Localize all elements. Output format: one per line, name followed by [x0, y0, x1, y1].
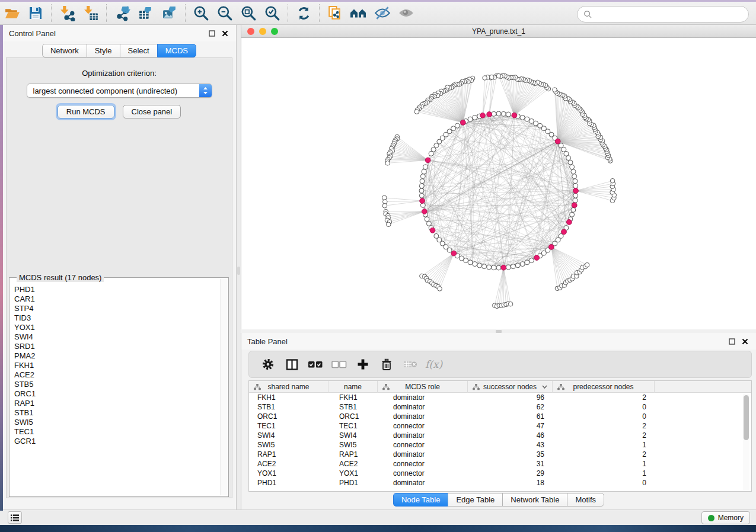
mcds-result-item[interactable]: GCR1: [14, 437, 219, 446]
graph-ring-node[interactable]: [529, 258, 534, 263]
graph-leaf-node[interactable]: [496, 73, 501, 78]
graph-ring-node[interactable]: [419, 184, 424, 188]
column-header-mcds-role[interactable]: MCDS role: [378, 381, 468, 393]
table-row-stb1[interactable]: STB1STB1dominator620: [249, 402, 751, 412]
close-window-icon[interactable]: [247, 28, 254, 35]
graph-ring-node[interactable]: [423, 165, 428, 169]
table-row-fkh1[interactable]: FKH1FKH1dominator962: [249, 393, 751, 402]
graph-ring-node[interactable]: [559, 143, 563, 148]
deselect-all-button[interactable]: [328, 354, 350, 375]
graph-ring-node[interactable]: [425, 217, 429, 222]
show-all-button[interactable]: [394, 3, 418, 23]
graph-ring-node[interactable]: [473, 115, 477, 120]
mcds-result-item[interactable]: STB1: [14, 408, 219, 418]
minimize-window-icon[interactable]: [259, 28, 266, 35]
graph-mcds-hub-node[interactable]: [487, 112, 492, 117]
run-mcds-button[interactable]: Run MCDS: [58, 105, 114, 118]
graph-ring-node[interactable]: [422, 169, 426, 174]
column-header-name[interactable]: name: [328, 381, 378, 393]
zoom-fit-button[interactable]: [237, 3, 260, 23]
graph-ring-node[interactable]: [496, 265, 501, 270]
table-tab-edge-table[interactable]: Edge Table: [448, 493, 503, 507]
table-tab-motifs[interactable]: Motifs: [567, 493, 604, 507]
graph-ring-node[interactable]: [419, 193, 424, 198]
close-panel-button[interactable]: Close panel: [123, 105, 181, 118]
table-row-ace2[interactable]: ACE2ACE2connector311: [249, 459, 751, 469]
mcds-result-item[interactable]: SRD1: [14, 342, 219, 351]
float-panel-icon[interactable]: [206, 28, 217, 39]
graph-leaf-node[interactable]: [490, 75, 495, 79]
mcds-list-scrollbar[interactable]: [220, 279, 227, 495]
graph-ring-node[interactable]: [492, 111, 496, 116]
tab-mcds[interactable]: MCDS: [157, 44, 196, 57]
zoom-out-button[interactable]: [213, 3, 237, 23]
graph-mcds-hub-node[interactable]: [512, 113, 517, 118]
graph-ring-node[interactable]: [571, 169, 576, 174]
graph-ring-node[interactable]: [520, 262, 525, 267]
mcds-result-item[interactable]: SWI5: [14, 418, 219, 427]
graph-ring-node[interactable]: [525, 117, 529, 121]
table-row-phd1[interactable]: PHD1PHD1dominator180: [249, 478, 751, 488]
mcds-result-item[interactable]: TID3: [14, 313, 219, 323]
graph-ring-node[interactable]: [420, 179, 425, 184]
table-options-gear-button[interactable]: [257, 354, 279, 375]
scrollbar-thumb[interactable]: [744, 395, 749, 440]
graph-leaf-node[interactable]: [386, 222, 391, 227]
memory-button[interactable]: Memory: [701, 511, 750, 524]
graph-leaf-node[interactable]: [553, 88, 557, 92]
mcds-result-item[interactable]: PHD1: [14, 285, 219, 294]
close-panel-icon[interactable]: [739, 336, 750, 347]
graph-ring-node[interactable]: [506, 112, 511, 117]
new-network-from-selection-button[interactable]: [323, 3, 347, 23]
export-table-button[interactable]: [134, 3, 158, 23]
graph-ring-node[interactable]: [477, 263, 482, 268]
graph-ring-node[interactable]: [482, 264, 487, 269]
graph-mcds-hub-node[interactable]: [422, 209, 427, 214]
graph-ring-node[interactable]: [520, 115, 525, 120]
table-row-orc1[interactable]: ORC1ORC1dominator610: [249, 412, 751, 421]
graph-mcds-hub-node[interactable]: [534, 255, 540, 261]
column-header-predecessor-nodes[interactable]: predecessor nodes: [553, 381, 655, 393]
mcds-result-item[interactable]: CAR1: [14, 294, 219, 304]
mcds-result-item[interactable]: ORC1: [14, 389, 219, 399]
import-table-button[interactable]: [79, 3, 103, 23]
graph-ring-node[interactable]: [534, 121, 538, 126]
graph-leaf-node[interactable]: [610, 178, 615, 183]
graph-leaf-node[interactable]: [483, 76, 487, 81]
graph-leaf-node[interactable]: [382, 204, 387, 209]
zoom-selected-button[interactable]: [260, 3, 284, 23]
add-column-button[interactable]: [352, 354, 374, 375]
tab-style[interactable]: Style: [87, 44, 120, 57]
network-window-titlebar[interactable]: YPA_prune.txt_1: [241, 25, 756, 38]
graph-mcds-hub-node[interactable]: [420, 198, 425, 204]
graph-ring-node[interactable]: [420, 174, 425, 179]
zoom-in-button[interactable]: [189, 3, 213, 23]
maximize-window-icon[interactable]: [271, 28, 278, 35]
first-neighbors-button[interactable]: [347, 3, 371, 23]
graph-leaf-node[interactable]: [385, 161, 390, 166]
graph-ring-node[interactable]: [511, 264, 515, 269]
graph-ring-node[interactable]: [566, 156, 571, 161]
table-scrollbar[interactable]: [743, 394, 749, 490]
graph-leaf-node[interactable]: [438, 287, 442, 291]
open-file-button[interactable]: [0, 3, 24, 23]
graph-mcds-hub-node[interactable]: [566, 220, 572, 225]
graph-leaf-node[interactable]: [508, 302, 513, 306]
graph-ring-node[interactable]: [431, 147, 436, 152]
graph-ring-node[interactable]: [573, 179, 578, 184]
graph-mcds-hub-node[interactable]: [430, 227, 435, 233]
graph-mcds-hub-node[interactable]: [460, 120, 465, 125]
node-table[interactable]: shared namenameMCDS rolesuccessor nodesp…: [248, 380, 752, 492]
graph-leaf-node[interactable]: [585, 262, 589, 267]
mcds-result-list[interactable]: PHD1CAR1STP4TID3YOX1SWI4SRD1PMA2FKH1ACE2…: [10, 285, 219, 495]
graph-ring-node[interactable]: [501, 111, 506, 116]
graph-ring-node[interactable]: [564, 151, 569, 156]
table-row-tec1[interactable]: TEC1TEC1connector472: [249, 421, 751, 431]
graph-ring-node[interactable]: [426, 221, 431, 226]
graph-ring-node[interactable]: [572, 174, 577, 179]
search-input[interactable]: [596, 10, 742, 19]
graph-mcds-hub-node[interactable]: [548, 245, 554, 250]
close-panel-icon[interactable]: [219, 28, 230, 39]
graph-mcds-hub-node[interactable]: [572, 203, 577, 208]
graph-ring-node[interactable]: [473, 262, 477, 267]
